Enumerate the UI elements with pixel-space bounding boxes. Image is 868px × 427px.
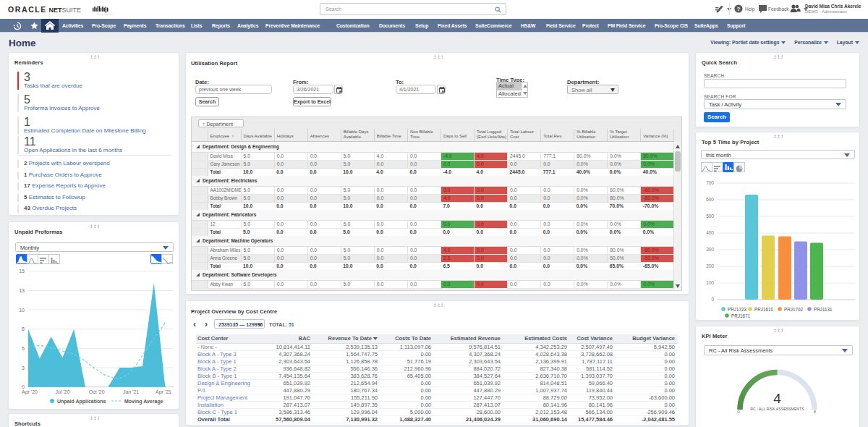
svg-text:8: 8 xyxy=(814,410,817,414)
svg-text:0: 0 xyxy=(737,410,740,414)
svg-text:Apr '20: Apr '20 xyxy=(22,389,38,395)
svg-text:10: 10 xyxy=(19,308,25,313)
svg-text:13: 13 xyxy=(19,288,25,293)
svg-text:Moving Average: Moving Average xyxy=(124,399,163,405)
svg-text:3: 3 xyxy=(22,365,25,371)
svg-text:100: 100 xyxy=(706,280,714,285)
svg-text:PRJ1610: PRJ1610 xyxy=(754,307,773,312)
svg-text:Unpaid Applications: Unpaid Applications xyxy=(57,399,106,405)
svg-text:600: 600 xyxy=(706,197,714,202)
svg-text:Apr '21: Apr '21 xyxy=(156,389,171,395)
svg-text:200: 200 xyxy=(706,263,714,269)
svg-text:PRJ1702: PRJ1702 xyxy=(784,307,803,312)
svg-text:15: 15 xyxy=(19,269,25,274)
svg-text:5: 5 xyxy=(22,346,25,351)
svg-text:PRJ1671: PRJ1671 xyxy=(731,313,750,318)
svg-text:Oct '20: Oct '20 xyxy=(89,389,105,394)
svg-text:4: 4 xyxy=(773,391,781,406)
svg-text:300: 300 xyxy=(706,247,714,252)
svg-text:RC - ALL RISK ASSESSMENTS: RC - ALL RISK ASSESSMENTS xyxy=(750,407,804,411)
svg-text:Jan '21: Jan '21 xyxy=(123,389,139,394)
svg-text:500: 500 xyxy=(706,214,714,219)
svg-text:400: 400 xyxy=(706,230,714,235)
svg-text:?: ? xyxy=(737,6,741,12)
svg-text:Jul '20: Jul '20 xyxy=(55,389,69,394)
svg-text:PRJ1131: PRJ1131 xyxy=(814,307,833,312)
svg-text:PRJ1723: PRJ1723 xyxy=(728,307,746,312)
svg-text:0: 0 xyxy=(711,297,714,302)
svg-text:8: 8 xyxy=(22,326,25,331)
svg-text:700: 700 xyxy=(706,180,714,185)
